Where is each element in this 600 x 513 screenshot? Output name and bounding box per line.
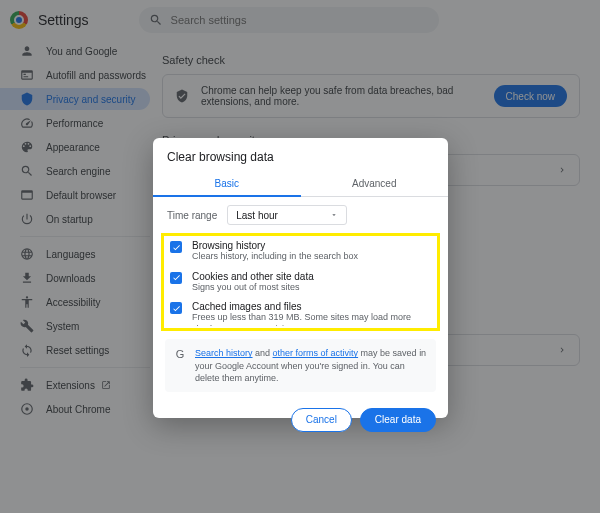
- dialog-title: Clear browsing data: [153, 138, 448, 172]
- clear-browsing-data-dialog: Clear browsing data Basic Advanced Time …: [153, 138, 448, 418]
- time-range-select[interactable]: Last hour: [227, 205, 347, 225]
- option-title: Cookies and other site data: [192, 271, 314, 282]
- option-cookies[interactable]: Cookies and other site data Signs you ou…: [170, 271, 431, 294]
- time-range-label: Time range: [167, 210, 217, 221]
- dialog-footer: Cancel Clear data: [153, 400, 448, 444]
- dropdown-icon: [330, 211, 338, 219]
- google-account-note: G Search history and other forms of acti…: [165, 339, 436, 391]
- option-sub: Frees up less than 319 MB. Some sites ma…: [192, 312, 431, 326]
- link-search-history[interactable]: Search history: [195, 348, 253, 358]
- checkbox-checked[interactable]: [170, 241, 182, 253]
- time-range-value: Last hour: [236, 210, 278, 221]
- option-cached[interactable]: Cached images and files Frees up less th…: [170, 301, 431, 326]
- option-title: Browsing history: [192, 240, 358, 251]
- option-sub: Clears history, including in the search …: [192, 251, 358, 263]
- option-browsing-history[interactable]: Browsing history Clears history, includi…: [170, 240, 431, 263]
- tab-basic[interactable]: Basic: [153, 172, 301, 197]
- option-sub: Signs you out of most sites: [192, 282, 314, 294]
- tab-advanced[interactable]: Advanced: [301, 172, 449, 196]
- time-range-row: Time range Last hour: [153, 197, 448, 233]
- highlight-box: Browsing history Clears history, includi…: [161, 233, 440, 331]
- checkbox-checked[interactable]: [170, 272, 182, 284]
- link-other-activity[interactable]: other forms of activity: [273, 348, 359, 358]
- checkbox-checked[interactable]: [170, 302, 182, 314]
- option-title: Cached images and files: [192, 301, 431, 312]
- dialog-tabs: Basic Advanced: [153, 172, 448, 197]
- google-logo-icon: G: [173, 347, 187, 361]
- note-text: Search history and other forms of activi…: [195, 347, 428, 383]
- clear-data-button[interactable]: Clear data: [360, 408, 436, 432]
- cancel-button[interactable]: Cancel: [291, 408, 352, 432]
